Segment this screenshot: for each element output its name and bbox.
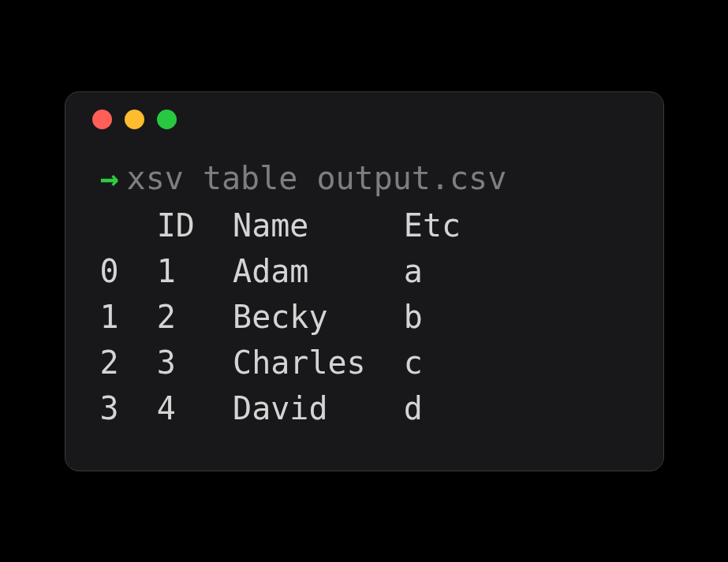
prompt-arrow-icon: → [100, 160, 119, 196]
command-output: ID Name Etc 0 1 Adam a 1 2 Becky b 2 3 C… [100, 203, 629, 431]
minimize-window-button[interactable] [125, 110, 144, 129]
window-titlebar [65, 92, 663, 147]
prompt-line: →xsv table output.csv [100, 155, 629, 201]
terminal-body[interactable]: →xsv table output.csv ID Name Etc 0 1 Ad… [65, 147, 663, 471]
close-window-button[interactable] [92, 110, 112, 129]
command-text: xsv table output.csv [127, 160, 507, 196]
terminal-window: →xsv table output.csv ID Name Etc 0 1 Ad… [65, 91, 664, 471]
maximize-window-button[interactable] [157, 110, 177, 129]
